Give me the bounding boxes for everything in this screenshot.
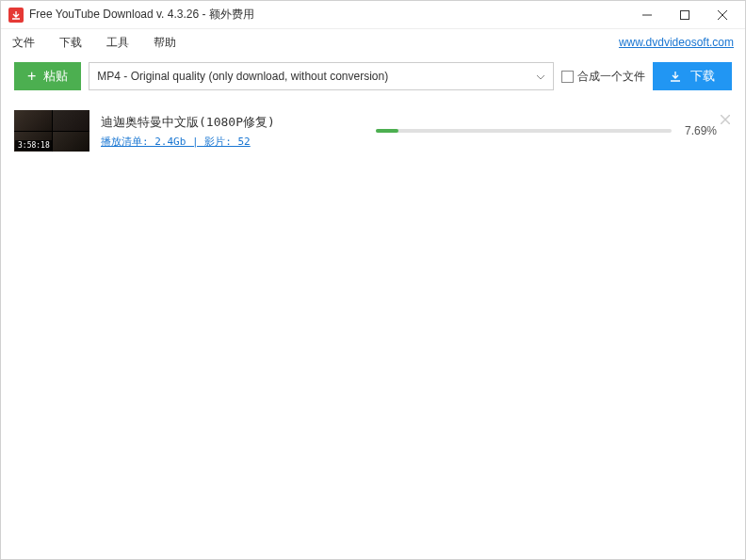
download-icon xyxy=(670,71,681,82)
minimize-button[interactable] xyxy=(628,2,666,28)
menubar: 文件 下载 工具 帮助 www.dvdvideosoft.com xyxy=(1,29,745,56)
maximize-button[interactable] xyxy=(666,2,704,28)
remove-item-button[interactable] xyxy=(719,110,732,129)
thumb-cell xyxy=(53,132,90,152)
window-title: Free YouTube Download v. 4.3.26 - 额外费用 xyxy=(29,7,628,23)
close-button[interactable] xyxy=(704,2,741,28)
thumb-cell xyxy=(53,110,90,131)
paste-button[interactable]: + 粘贴 xyxy=(14,62,81,90)
download-item: 3:58:18 迪迦奥特曼中文版(1080P修复) 播放清单: 2.4Gb | … xyxy=(14,110,732,152)
close-icon xyxy=(721,115,730,124)
duration-badge: 3:58:18 xyxy=(15,140,53,151)
titlebar: Free YouTube Download v. 4.3.26 - 额外费用 xyxy=(1,1,745,29)
plus-icon: + xyxy=(27,69,36,84)
format-value: MP4 - Original quality (only download, w… xyxy=(97,70,388,83)
checkbox-icon xyxy=(561,71,574,83)
item-meta-link[interactable]: 播放清单: 2.4Gb | 影片: 52 xyxy=(101,135,365,149)
download-button[interactable]: 下载 xyxy=(653,62,732,90)
menu-file[interactable]: 文件 xyxy=(12,35,35,51)
item-info: 迪迦奥特曼中文版(1080P修复) 播放清单: 2.4Gb | 影片: 52 xyxy=(101,114,365,149)
merge-checkbox[interactable]: 合成一个文件 xyxy=(561,69,645,85)
item-title: 迪迦奥特曼中文版(1080P修复) xyxy=(101,114,365,131)
download-label: 下载 xyxy=(690,68,715,85)
toolbar: + 粘贴 MP4 - Original quality (only downlo… xyxy=(1,56,745,97)
thumb-cell xyxy=(14,110,52,131)
content-area: 3:58:18 迪迦奥特曼中文版(1080P修复) 播放清单: 2.4Gb | … xyxy=(1,97,745,165)
app-icon xyxy=(8,8,24,23)
merge-label: 合成一个文件 xyxy=(577,69,645,85)
window-controls xyxy=(628,2,741,28)
svg-rect-1 xyxy=(681,10,689,19)
menu-tools[interactable]: 工具 xyxy=(106,35,129,51)
thumbnail-grid[interactable]: 3:58:18 xyxy=(14,110,89,152)
progress-section: 7.69% xyxy=(376,124,732,137)
menu-help[interactable]: 帮助 xyxy=(154,35,176,51)
progress-bar xyxy=(376,129,672,133)
paste-label: 粘贴 xyxy=(43,68,68,85)
format-select[interactable]: MP4 - Original quality (only download, w… xyxy=(89,62,554,90)
menu-download[interactable]: 下载 xyxy=(59,35,82,51)
progress-fill xyxy=(376,129,398,133)
website-link[interactable]: www.dvdvideosoft.com xyxy=(619,36,734,49)
chevron-down-icon xyxy=(536,70,545,83)
